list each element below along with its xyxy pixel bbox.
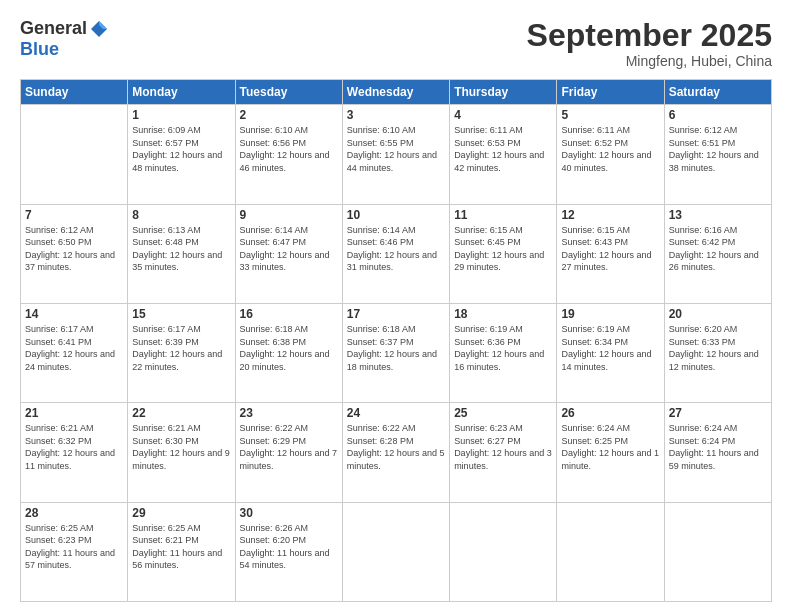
day-info: Sunrise: 6:24 AMSunset: 6:24 PMDaylight:…	[669, 422, 767, 472]
calendar-cell: 4Sunrise: 6:11 AMSunset: 6:53 PMDaylight…	[450, 105, 557, 204]
day-number: 16	[240, 307, 338, 321]
calendar-cell: 22Sunrise: 6:21 AMSunset: 6:30 PMDayligh…	[128, 403, 235, 502]
day-info: Sunrise: 6:15 AMSunset: 6:45 PMDaylight:…	[454, 224, 552, 274]
day-info: Sunrise: 6:18 AMSunset: 6:38 PMDaylight:…	[240, 323, 338, 373]
calendar-cell	[21, 105, 128, 204]
day-number: 2	[240, 108, 338, 122]
day-number: 18	[454, 307, 552, 321]
day-number: 10	[347, 208, 445, 222]
calendar-week-row: 14Sunrise: 6:17 AMSunset: 6:41 PMDayligh…	[21, 303, 772, 402]
calendar-cell: 3Sunrise: 6:10 AMSunset: 6:55 PMDaylight…	[342, 105, 449, 204]
month-title: September 2025	[527, 18, 772, 53]
calendar-cell	[557, 502, 664, 601]
day-info: Sunrise: 6:19 AMSunset: 6:36 PMDaylight:…	[454, 323, 552, 373]
calendar-cell: 20Sunrise: 6:20 AMSunset: 6:33 PMDayligh…	[664, 303, 771, 402]
header-wednesday: Wednesday	[342, 80, 449, 105]
header-monday: Monday	[128, 80, 235, 105]
logo-general-text: General	[20, 18, 87, 39]
title-block: September 2025 Mingfeng, Hubei, China	[527, 18, 772, 69]
calendar-header-row: Sunday Monday Tuesday Wednesday Thursday…	[21, 80, 772, 105]
day-info: Sunrise: 6:20 AMSunset: 6:33 PMDaylight:…	[669, 323, 767, 373]
day-number: 23	[240, 406, 338, 420]
logo-blue-text: Blue	[20, 39, 59, 60]
calendar-cell: 19Sunrise: 6:19 AMSunset: 6:34 PMDayligh…	[557, 303, 664, 402]
day-number: 22	[132, 406, 230, 420]
day-number: 29	[132, 506, 230, 520]
calendar-week-row: 1Sunrise: 6:09 AMSunset: 6:57 PMDaylight…	[21, 105, 772, 204]
calendar-cell: 12Sunrise: 6:15 AMSunset: 6:43 PMDayligh…	[557, 204, 664, 303]
calendar-cell: 24Sunrise: 6:22 AMSunset: 6:28 PMDayligh…	[342, 403, 449, 502]
day-info: Sunrise: 6:22 AMSunset: 6:28 PMDaylight:…	[347, 422, 445, 472]
header-tuesday: Tuesday	[235, 80, 342, 105]
calendar-cell: 6Sunrise: 6:12 AMSunset: 6:51 PMDaylight…	[664, 105, 771, 204]
day-number: 7	[25, 208, 123, 222]
day-info: Sunrise: 6:14 AMSunset: 6:47 PMDaylight:…	[240, 224, 338, 274]
day-number: 21	[25, 406, 123, 420]
header-friday: Friday	[557, 80, 664, 105]
day-info: Sunrise: 6:24 AMSunset: 6:25 PMDaylight:…	[561, 422, 659, 472]
calendar-table: Sunday Monday Tuesday Wednesday Thursday…	[20, 79, 772, 602]
calendar-cell	[664, 502, 771, 601]
day-number: 26	[561, 406, 659, 420]
day-info: Sunrise: 6:18 AMSunset: 6:37 PMDaylight:…	[347, 323, 445, 373]
day-number: 28	[25, 506, 123, 520]
day-number: 20	[669, 307, 767, 321]
day-info: Sunrise: 6:17 AMSunset: 6:39 PMDaylight:…	[132, 323, 230, 373]
day-number: 15	[132, 307, 230, 321]
day-info: Sunrise: 6:17 AMSunset: 6:41 PMDaylight:…	[25, 323, 123, 373]
calendar-cell: 27Sunrise: 6:24 AMSunset: 6:24 PMDayligh…	[664, 403, 771, 502]
day-info: Sunrise: 6:21 AMSunset: 6:32 PMDaylight:…	[25, 422, 123, 472]
calendar-cell: 26Sunrise: 6:24 AMSunset: 6:25 PMDayligh…	[557, 403, 664, 502]
calendar-cell: 25Sunrise: 6:23 AMSunset: 6:27 PMDayligh…	[450, 403, 557, 502]
day-info: Sunrise: 6:15 AMSunset: 6:43 PMDaylight:…	[561, 224, 659, 274]
calendar-week-row: 28Sunrise: 6:25 AMSunset: 6:23 PMDayligh…	[21, 502, 772, 601]
day-number: 24	[347, 406, 445, 420]
calendar-cell: 13Sunrise: 6:16 AMSunset: 6:42 PMDayligh…	[664, 204, 771, 303]
calendar-cell: 7Sunrise: 6:12 AMSunset: 6:50 PMDaylight…	[21, 204, 128, 303]
calendar-cell: 1Sunrise: 6:09 AMSunset: 6:57 PMDaylight…	[128, 105, 235, 204]
day-info: Sunrise: 6:22 AMSunset: 6:29 PMDaylight:…	[240, 422, 338, 472]
day-number: 17	[347, 307, 445, 321]
day-info: Sunrise: 6:26 AMSunset: 6:20 PMDaylight:…	[240, 522, 338, 572]
day-number: 9	[240, 208, 338, 222]
day-number: 14	[25, 307, 123, 321]
day-info: Sunrise: 6:16 AMSunset: 6:42 PMDaylight:…	[669, 224, 767, 274]
day-info: Sunrise: 6:11 AMSunset: 6:53 PMDaylight:…	[454, 124, 552, 174]
calendar-cell	[342, 502, 449, 601]
header-saturday: Saturday	[664, 80, 771, 105]
calendar-cell: 16Sunrise: 6:18 AMSunset: 6:38 PMDayligh…	[235, 303, 342, 402]
day-info: Sunrise: 6:10 AMSunset: 6:55 PMDaylight:…	[347, 124, 445, 174]
header-sunday: Sunday	[21, 80, 128, 105]
calendar-cell: 9Sunrise: 6:14 AMSunset: 6:47 PMDaylight…	[235, 204, 342, 303]
day-info: Sunrise: 6:12 AMSunset: 6:50 PMDaylight:…	[25, 224, 123, 274]
calendar-cell: 28Sunrise: 6:25 AMSunset: 6:23 PMDayligh…	[21, 502, 128, 601]
day-info: Sunrise: 6:25 AMSunset: 6:21 PMDaylight:…	[132, 522, 230, 572]
day-info: Sunrise: 6:11 AMSunset: 6:52 PMDaylight:…	[561, 124, 659, 174]
calendar-cell: 17Sunrise: 6:18 AMSunset: 6:37 PMDayligh…	[342, 303, 449, 402]
day-number: 11	[454, 208, 552, 222]
logo: General Blue	[20, 18, 109, 60]
calendar-cell: 10Sunrise: 6:14 AMSunset: 6:46 PMDayligh…	[342, 204, 449, 303]
day-number: 3	[347, 108, 445, 122]
day-number: 25	[454, 406, 552, 420]
calendar-cell: 5Sunrise: 6:11 AMSunset: 6:52 PMDaylight…	[557, 105, 664, 204]
day-info: Sunrise: 6:19 AMSunset: 6:34 PMDaylight:…	[561, 323, 659, 373]
day-info: Sunrise: 6:10 AMSunset: 6:56 PMDaylight:…	[240, 124, 338, 174]
header-thursday: Thursday	[450, 80, 557, 105]
calendar-cell: 15Sunrise: 6:17 AMSunset: 6:39 PMDayligh…	[128, 303, 235, 402]
day-info: Sunrise: 6:21 AMSunset: 6:30 PMDaylight:…	[132, 422, 230, 472]
day-info: Sunrise: 6:12 AMSunset: 6:51 PMDaylight:…	[669, 124, 767, 174]
header: General Blue September 2025 Mingfeng, Hu…	[20, 18, 772, 69]
calendar-cell: 18Sunrise: 6:19 AMSunset: 6:36 PMDayligh…	[450, 303, 557, 402]
day-number: 5	[561, 108, 659, 122]
calendar-week-row: 21Sunrise: 6:21 AMSunset: 6:32 PMDayligh…	[21, 403, 772, 502]
day-info: Sunrise: 6:25 AMSunset: 6:23 PMDaylight:…	[25, 522, 123, 572]
day-number: 8	[132, 208, 230, 222]
day-info: Sunrise: 6:09 AMSunset: 6:57 PMDaylight:…	[132, 124, 230, 174]
calendar-cell: 14Sunrise: 6:17 AMSunset: 6:41 PMDayligh…	[21, 303, 128, 402]
day-number: 19	[561, 307, 659, 321]
day-info: Sunrise: 6:14 AMSunset: 6:46 PMDaylight:…	[347, 224, 445, 274]
day-number: 12	[561, 208, 659, 222]
calendar-cell	[450, 502, 557, 601]
day-number: 30	[240, 506, 338, 520]
